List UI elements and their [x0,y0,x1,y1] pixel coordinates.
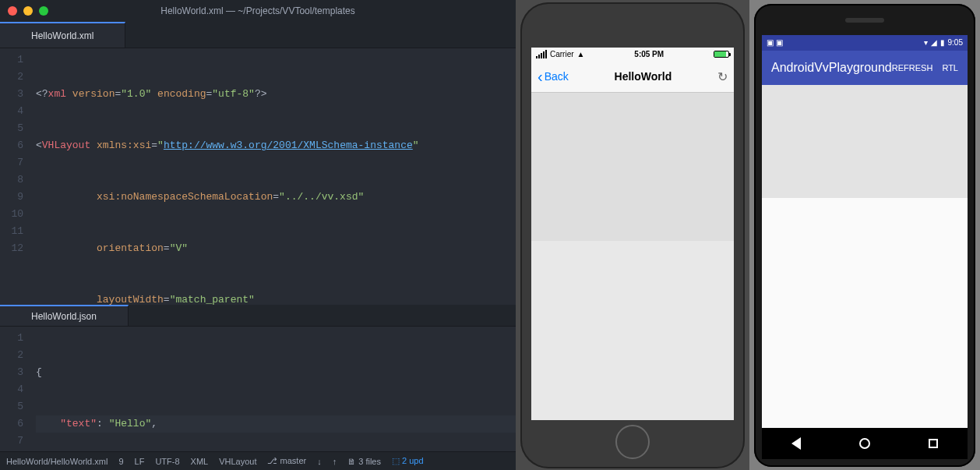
chevron-left-icon: ‹ [538,68,543,86]
tab-helloworld-json[interactable]: HelloWorld.json [0,305,129,326]
ios-status-bar: Carrier ▲ 5:05 PM [531,48,734,62]
notification-icons: ▣ ▣ [767,38,783,47]
speaker-grill [845,18,884,23]
wifi-icon: ▾ [924,38,928,47]
ios-simulator: Carrier ▲ 5:05 PM ‹ Back HelloWorld ↻ [516,0,749,470]
ios-navbar: ‹ Back HelloWorld ↻ [531,62,734,93]
wifi-icon: ▲ [577,50,585,58]
ios-screen-title: HelloWorld [615,70,672,83]
iphone-screen: Carrier ▲ 5:05 PM ‹ Back HelloWorld ↻ [531,48,734,420]
rtl-action[interactable]: RTL [942,63,958,72]
window-title: HelloWorld.xml — ~/Projects/VVTool/templ… [0,5,516,16]
status-indent[interactable]: VHLayout [219,457,256,466]
package-icon: ⬚ [392,456,400,465]
git-branch-icon: ⎇ [267,456,277,465]
ios-content [531,93,734,420]
titlebar: HelloWorld.xml — ~/Projects/VVTool/templ… [0,0,516,22]
status-column[interactable]: 9 [118,457,123,466]
refresh-button[interactable]: ↻ [717,69,728,84]
layout-preview-box [531,93,734,241]
status-encoding[interactable]: UTF-8 [155,457,179,466]
iphone-frame: Carrier ▲ 5:05 PM ‹ Back HelloWorld ↻ [520,2,745,468]
android-appbar: AndroidVvPlayground REFRESH RTL [762,51,968,85]
android-screen: ▣ ▣ ▾ ◢ ▮ 9:05 AndroidVvPlayground REFRE… [762,35,968,459]
android-nav-bar [762,428,968,459]
refresh-action[interactable]: REFRESH [892,63,933,72]
status-files[interactable]: 🗎 3 files [347,457,381,466]
code-lines[interactable]: <?xml version="1.0" encoding="utf-8"?> <… [30,48,516,305]
home-button[interactable] [615,425,650,459]
git-pull-icon[interactable]: ↓ [317,457,322,466]
tab-helloworld-xml[interactable]: HelloWorld.xml [0,22,125,48]
battery-icon [714,51,729,58]
code-pane-json[interactable]: 1234567 { "text": "Hello", "items": [ {"… [0,327,516,451]
back-nav-button[interactable] [789,436,803,451]
tab-bar-top: HelloWorld.xml [0,22,516,48]
status-language[interactable]: XML [191,457,209,466]
tab-bar-bottom: HelloWorld.json [0,305,516,327]
android-clock: 9:05 [948,38,963,47]
carrier-label: Carrier [550,50,574,58]
layout-preview-box [762,85,968,198]
status-updates[interactable]: ⬚ 2 upd [392,456,424,466]
gutter: 123456789101112 [0,48,30,305]
recents-nav-button[interactable] [926,436,940,451]
json-lines[interactable]: { "text": "Hello", "items": [ {"info": {… [30,327,516,451]
gutter-json: 1234567 [0,327,30,451]
android-content [762,85,968,428]
status-path[interactable]: HelloWorld/HelloWorld.xml [6,457,108,466]
home-nav-button[interactable] [858,436,872,451]
android-status-bar: ▣ ▣ ▾ ◢ ▮ 9:05 [762,35,968,51]
status-bar: HelloWorld/HelloWorld.xml 9 LF UTF-8 XML… [0,451,516,470]
status-git-branch[interactable]: ⎇ master [267,456,306,466]
android-app-title: AndroidVvPlayground [771,61,892,75]
ios-clock: 5:05 PM [634,50,664,58]
battery-icon: ▮ [940,38,945,47]
files-icon: 🗎 [347,457,356,466]
code-pane-xml[interactable]: 123456789101112 <?xml version="1.0" enco… [0,48,516,305]
git-push-icon[interactable]: ↑ [333,457,337,466]
signal-icon: ◢ [931,38,937,47]
signal-icon [536,50,547,58]
android-simulator: ▣ ▣ ▾ ◢ ▮ 9:05 AndroidVvPlayground REFRE… [749,0,980,470]
code-editor-window: HelloWorld.xml — ~/Projects/VVTool/templ… [0,0,516,470]
back-button[interactable]: ‹ Back [538,68,569,86]
android-frame: ▣ ▣ ▾ ◢ ▮ 9:05 AndroidVvPlayground REFRE… [754,4,975,467]
status-line-ending[interactable]: LF [135,457,145,466]
